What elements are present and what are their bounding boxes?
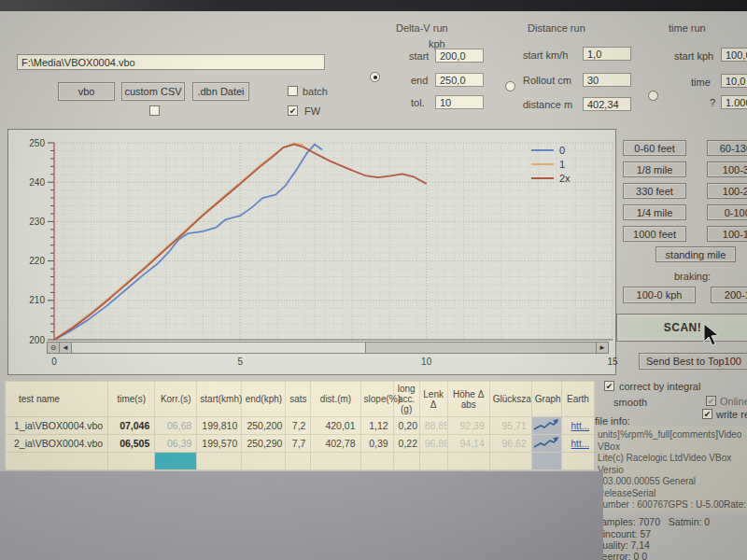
braking-200-100-button[interactable]: 200-100 [711, 287, 747, 303]
deltav-tol-input[interactable] [435, 95, 484, 109]
quick-button-100-160[interactable]: 100-160 [707, 226, 747, 242]
col-header[interactable]: time(s) [108, 382, 155, 417]
table-row[interactable]: 1_ia\VBOX0004.vbo07,04606,68199,810250,2… [6, 417, 595, 435]
fw-checkbox[interactable]: ✔ [288, 105, 298, 116]
cell-empty[interactable] [531, 453, 561, 470]
vbo-button[interactable]: vbo [58, 82, 115, 101]
col-header[interactable]: Höhe Δ abs [447, 382, 489, 417]
cell-glueck[interactable]: 95,71 [489, 417, 531, 435]
cell-korr[interactable]: 06,39 [155, 435, 197, 453]
scroll-right-icon[interactable]: ► [596, 343, 608, 353]
cell-name[interactable]: 2_ia\VBOX0004.vbo [6, 435, 108, 453]
quick-button-330-feet[interactable]: 330 feet [623, 183, 686, 199]
table-row[interactable]: 2_ia\VBOX0004.vbo06,50506,39199,570250,2… [6, 435, 595, 453]
cell-glueck[interactable]: 96,62 [489, 435, 531, 453]
col-header[interactable]: test name [6, 382, 108, 417]
unnamed-checkbox[interactable] [149, 105, 160, 116]
braking-100-0-button[interactable]: 100-0 kph [623, 287, 696, 303]
send-best-button[interactable]: Send Best to Top100 [639, 353, 747, 370]
quick-button-1-8-mile[interactable]: 1/8 mile [623, 161, 686, 177]
rollout-input[interactable] [583, 73, 631, 87]
cell-empty[interactable] [286, 453, 311, 470]
cell-empty[interactable] [108, 453, 155, 470]
col-header[interactable]: start(kmh) [197, 382, 242, 417]
cell-acc[interactable]: 0,22 [393, 435, 419, 453]
scan-button[interactable]: SCAN! [616, 314, 747, 342]
col-header[interactable]: end(kph) [242, 382, 286, 417]
cell-empty[interactable] [561, 453, 594, 470]
dbn-datei-button[interactable]: .dbn Datei [192, 82, 249, 101]
cell-time[interactable]: 06,505 [108, 435, 155, 453]
earth-link-cell[interactable]: htt... [561, 417, 594, 435]
col-header[interactable]: Lenk Δ [419, 382, 447, 417]
quick-button-1-4-mile[interactable]: 1/4 mile [623, 204, 686, 220]
cell-lenk[interactable]: 88,85 [419, 417, 447, 435]
cell-slope[interactable]: 1,12 [360, 417, 393, 435]
cell-hoehe[interactable]: 94,14 [447, 435, 489, 453]
timerun-radio[interactable] [648, 91, 658, 101]
col-header[interactable]: Graph [531, 382, 561, 417]
distance-m-input[interactable] [583, 97, 631, 111]
cell-empty[interactable] [6, 453, 108, 470]
quick-button-1000-feet[interactable]: 1000 feet [623, 226, 686, 242]
cell-empty[interactable] [311, 453, 360, 470]
zoom-out-icon[interactable]: ⊖ [48, 343, 60, 353]
scrollbar-thumb[interactable] [72, 343, 366, 353]
chart-scrollbar[interactable]: ⊖ ◄ ► [47, 342, 609, 354]
timerun-q-input[interactable] [721, 95, 747, 109]
cell-sats[interactable]: 7,7 [286, 435, 311, 453]
distance-radio[interactable] [505, 81, 515, 91]
distance-start-input[interactable] [583, 47, 631, 61]
scrollbar-track[interactable] [366, 343, 596, 353]
cell-start[interactable]: 199,570 [197, 435, 242, 453]
cell-name[interactable]: 1_ia\VBOX0004.vbo [6, 417, 108, 435]
quick-button-100-300[interactable]: 100-300 [707, 161, 747, 177]
correct-by-integral-checkbox[interactable]: ✔ [604, 381, 614, 391]
cell-empty[interactable] [197, 453, 242, 470]
quick-button-0-60-feet[interactable]: 0-60 feet [623, 140, 686, 156]
cell-empty[interactable] [360, 453, 393, 470]
cell-end[interactable]: 250,290 [242, 435, 286, 453]
graph-icon[interactable] [531, 417, 561, 435]
cell-korr[interactable]: 06,68 [155, 417, 197, 435]
cell-slope[interactable]: 0,39 [360, 435, 393, 453]
quick-button-60-130-m[interactable]: 60-130 m [707, 140, 747, 156]
cell-start[interactable]: 199,810 [197, 417, 242, 435]
standing-mile-button[interactable]: standing mile [655, 246, 736, 262]
col-header[interactable]: Korr.(s) [155, 382, 197, 417]
cell-acc[interactable]: 0,20 [393, 417, 419, 435]
cell-lenk[interactable]: 96,86 [419, 435, 447, 453]
deltav-radio[interactable] [370, 72, 380, 82]
batch-checkbox[interactable] [288, 86, 298, 96]
cell-dist[interactable]: 402,78 [311, 435, 360, 453]
cell-empty[interactable] [393, 453, 419, 470]
quick-button-100-200[interactable]: 100-200 [707, 183, 747, 199]
graph-icon[interactable] [531, 435, 561, 453]
col-header[interactable]: dist.(m) [311, 382, 360, 417]
deltav-end-input[interactable] [435, 73, 484, 87]
scroll-left-icon[interactable]: ◄ [60, 343, 72, 353]
deltav-start-input[interactable] [435, 49, 484, 63]
cell-time[interactable]: 07,046 [108, 417, 155, 435]
cell-empty[interactable] [489, 453, 531, 470]
col-header[interactable]: Glücksza [489, 382, 531, 417]
col-header[interactable]: Earth [561, 382, 594, 417]
quick-button-0-100-k[interactable]: 0-100 k [707, 204, 747, 220]
cell-end[interactable]: 250,200 [242, 417, 286, 435]
timerun-time-input[interactable] [721, 74, 747, 88]
timerun-start-input[interactable] [721, 48, 747, 62]
cell-empty[interactable] [419, 453, 447, 470]
col-header[interactable]: slope(%) [360, 382, 393, 417]
online-checkbox[interactable]: ✔ [706, 396, 716, 406]
col-header[interactable]: long acc.(g) [393, 382, 419, 417]
cell-empty[interactable] [242, 453, 286, 470]
cell-empty[interactable] [155, 453, 197, 470]
table-row-empty[interactable] [6, 453, 595, 470]
write-re-checkbox[interactable]: ✔ [702, 409, 712, 419]
cell-dist[interactable]: 420,01 [311, 417, 360, 435]
earth-link[interactable]: htt... [571, 421, 589, 431]
file-path-input[interactable] [17, 54, 325, 70]
cell-sats[interactable]: 7,2 [286, 417, 311, 435]
earth-link-cell[interactable]: htt... [561, 435, 594, 453]
custom-csv-button[interactable]: custom CSV [121, 82, 185, 101]
